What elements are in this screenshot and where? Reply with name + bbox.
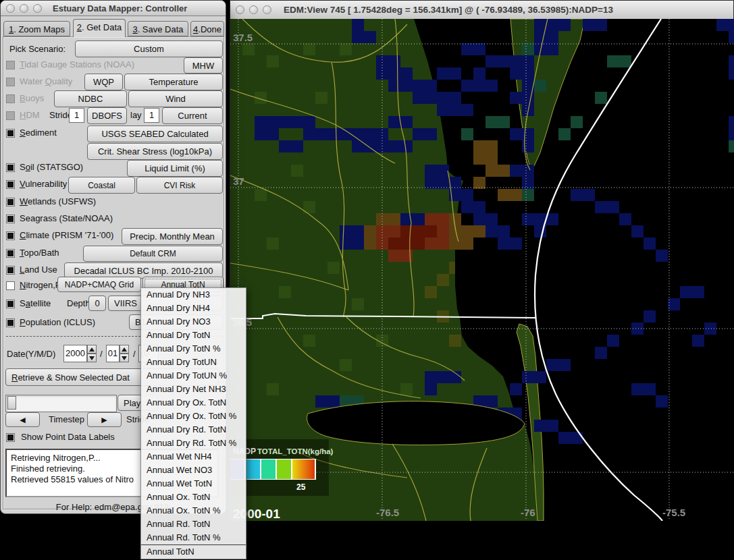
current-button[interactable]: Current [162, 107, 223, 124]
date-year-spinner[interactable] [87, 345, 97, 362]
date-label: Date(Y/M/D) [7, 349, 55, 360]
menu-item[interactable]: Annual Rd. TotN % [141, 531, 246, 544]
tab-zoom-maps[interactable]: 1. Zoom Maps [3, 21, 70, 36]
temperature-button[interactable]: Temperature [124, 74, 223, 90]
legend-max-tick: 25 [296, 482, 306, 492]
buoys-label: Buoys [20, 93, 44, 104]
nitrogen-checkbox[interactable] [6, 281, 15, 290]
menu-item[interactable]: Annual Dry Ox. TotN [141, 396, 246, 410]
menu-item[interactable]: Annual Dry TotUN % [141, 369, 246, 383]
tab-get-data[interactable]: 2. Get Data [73, 19, 126, 37]
spin-down-icon[interactable] [120, 354, 129, 362]
precip-monthly-mean-button[interactable]: Precip. Monthly Mean [122, 228, 223, 245]
desktop: { "controller": { "title": "Estuary Data… [0, 0, 734, 560]
zoom-button[interactable] [33, 4, 42, 13]
timestep-prev-button[interactable]: ◀ [5, 412, 40, 427]
vulnerability-checkbox[interactable] [6, 180, 15, 189]
mhw-button[interactable]: MHW [184, 57, 223, 74]
window-controls [236, 5, 271, 14]
menu-item[interactable]: Annual Wet NH4 [141, 450, 246, 464]
hdm-layer-input[interactable]: 1 [144, 108, 159, 123]
tab-done[interactable]: 4.Done [190, 21, 224, 36]
scenario-button[interactable]: Custom [75, 40, 223, 57]
climate-checkbox[interactable] [6, 231, 15, 240]
menu-item[interactable]: Annual Dry Net NH3 [141, 383, 246, 396]
date-year-input[interactable]: 2000 [63, 345, 87, 362]
menu-item[interactable]: Annual Dry NO3 [141, 315, 246, 329]
wind-button[interactable]: Wind [128, 90, 223, 107]
menu-item[interactable]: Annual Dry NH3 [141, 288, 246, 302]
nadp-cmaq-grid-button[interactable]: NADP+CMAQ Grid [57, 277, 141, 292]
nitrogen-label: Nitrogen,P [20, 280, 61, 291]
menu-item[interactable]: Annual Dry TotN [141, 329, 246, 342]
date-month-spinner[interactable] [120, 345, 129, 362]
menu-item[interactable]: Annual Ox. TotN % [141, 504, 246, 517]
lat-label-37: 37 [233, 175, 244, 187]
menu-item[interactable]: Annual Wet TotN [141, 477, 246, 491]
topo-bath-checkbox[interactable] [6, 249, 15, 258]
legend-variable-label: TOTAL_TOTN(kg/ha) [257, 447, 334, 455]
timestep-label: Timestep [49, 414, 84, 425]
lat-label-37-5: 37.5 [233, 32, 253, 43]
menu-item-selected[interactable]: Annual TotN [141, 544, 246, 559]
coastal-button[interactable]: Coastal [68, 177, 135, 194]
satellite-checkbox[interactable] [6, 300, 15, 308]
satellite-depth-label: Depth [67, 298, 90, 309]
usgs-seabed-button[interactable]: USGS SEABED Calculated [87, 125, 223, 142]
default-crm-button[interactable]: Default CRM [83, 246, 223, 262]
timestep-next-button[interactable]: ▶ [87, 412, 122, 427]
date-month-input[interactable]: 01 [106, 345, 120, 362]
seagrass-checkbox[interactable] [6, 215, 15, 223]
ndbc-button[interactable]: NDBC [54, 90, 127, 107]
menu-item[interactable]: Annual Dry TotUN [141, 356, 246, 369]
cvi-risk-button[interactable]: CVI Risk [136, 177, 223, 194]
map-titlebar[interactable]: EDM:View 745 [ 1.75428deg = 156.341km] @… [230, 1, 733, 20]
population-checkbox[interactable] [6, 318, 15, 327]
date-separator: / [100, 349, 103, 360]
liquid-limit-button[interactable]: Liquid Limit (%) [127, 160, 223, 177]
spin-up-icon[interactable] [87, 345, 97, 354]
water-quality-checkbox[interactable] [6, 78, 15, 86]
crit-shear-stress-button[interactable]: Crit. Shear Stress (log10kPa) [87, 143, 223, 160]
land-use-checkbox[interactable] [6, 266, 15, 275]
menu-item[interactable]: Annual Dry TotN % [141, 342, 246, 356]
satellite-depth-button[interactable]: 0 [88, 296, 106, 311]
show-point-labels-label: Show Point Data Labels [21, 432, 115, 443]
controller-titlebar[interactable]: Estuary Data Mapper: Controller [1, 1, 226, 16]
map-view[interactable]: 37.5 37 36.5 36 -76.5 -76 -75.5 NADP TOT… [230, 19, 734, 521]
controller-window-title: Estuary Data Mapper: Controller [53, 3, 187, 13]
menu-item[interactable]: Annual Wet NO3 [141, 464, 246, 477]
spin-up-icon[interactable] [120, 345, 129, 354]
vulnerability-label: Vulnerability [20, 179, 67, 190]
tab-save-data[interactable]: 3. Save Data [128, 21, 188, 36]
menu-item[interactable]: Annual Dry NH4 [141, 302, 246, 315]
menu-item[interactable]: Annual Dry Rd. TotN [141, 423, 246, 437]
wqp-button[interactable]: WQP [84, 74, 123, 90]
lon-label-76-5: -76.5 [376, 507, 399, 518]
dbofs-button[interactable]: DBOFS [87, 107, 127, 124]
sediment-checkbox[interactable] [6, 129, 15, 138]
zoom-button[interactable] [263, 5, 271, 14]
menu-item[interactable]: Annual Ox. TotN [141, 491, 246, 504]
spin-down-icon[interactable] [87, 354, 97, 362]
close-button[interactable] [6, 4, 15, 13]
menu-item[interactable]: Annual Dry Ox. TotN % [141, 410, 246, 423]
date-separator-2: / [133, 349, 136, 360]
hdm-stride-input[interactable]: 1 [69, 108, 84, 123]
hdm-checkbox[interactable] [6, 111, 15, 120]
menu-item[interactable]: Annual Rd. TotN [141, 517, 246, 531]
hdm-layer-label: lay [130, 110, 142, 121]
minimize-button[interactable] [20, 4, 28, 13]
time-slider[interactable] [5, 395, 117, 412]
soil-checkbox[interactable] [6, 163, 15, 172]
wetlands-checkbox[interactable] [6, 198, 15, 206]
minimize-button[interactable] [249, 5, 258, 14]
menu-item[interactable]: Annual Dry Rd. TotN % [141, 437, 246, 450]
tidal-checkbox[interactable] [6, 61, 15, 69]
topo-bath-label: Topo/Bath [20, 248, 59, 258]
show-point-labels-checkbox[interactable] [6, 433, 15, 442]
buoys-checkbox[interactable] [6, 94, 15, 103]
close-button[interactable] [236, 5, 244, 14]
slider-handle[interactable] [7, 396, 16, 410]
lon-label-76: -76 [521, 507, 535, 518]
